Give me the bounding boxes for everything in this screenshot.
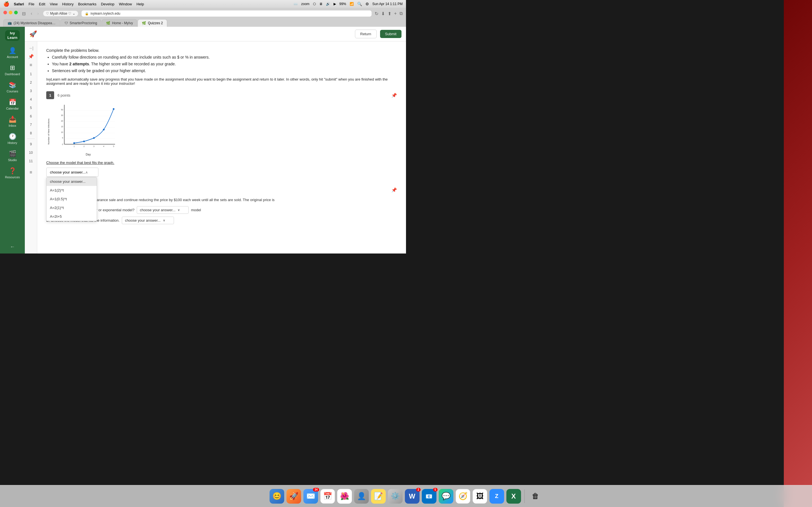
clock: Sun Apr 14 1:11 PM bbox=[372, 2, 403, 6]
menu-help[interactable]: Help bbox=[137, 2, 144, 6]
question-num-2[interactable]: 2 bbox=[25, 78, 37, 87]
apple-menu[interactable]: 🍎 bbox=[3, 1, 9, 7]
share-button[interactable]: ⬆ bbox=[388, 11, 391, 16]
forward-button[interactable]: › bbox=[36, 10, 40, 17]
sidebar-expand-button[interactable]: →| bbox=[25, 44, 37, 53]
zoom-icon: ⌨️ bbox=[294, 2, 298, 6]
question-num-11[interactable]: 11 bbox=[25, 157, 37, 165]
question-num-1[interactable]: 1 bbox=[25, 70, 37, 78]
pin-button[interactable]: 📌 bbox=[25, 53, 37, 60]
sidebar-item-calendar[interactable]: 📅 Calendar bbox=[2, 96, 22, 112]
menu-develop[interactable]: Develop bbox=[101, 2, 114, 6]
svg-text:4: 4 bbox=[103, 145, 104, 147]
bottom-menu-icon[interactable]: ≡ bbox=[25, 168, 37, 177]
chart-svg: 0 5 10 15 20 30 50 1 2 3 4 5 bbox=[59, 105, 118, 147]
reload-button[interactable]: ↻ bbox=[375, 11, 378, 16]
address-bar[interactable]: 🔒 ivylearn.ivytech.edu bbox=[81, 10, 371, 17]
question-1-header: 1 6 points 📌 bbox=[46, 91, 397, 99]
sub-a-suffix: model bbox=[191, 208, 201, 212]
studio-icon: 🎬 bbox=[9, 150, 16, 158]
menu-bookmarks[interactable]: Bookmarks bbox=[78, 2, 96, 6]
control-center[interactable]: ⚙ bbox=[365, 2, 369, 6]
svg-text:50: 50 bbox=[61, 109, 63, 111]
question-num-4[interactable]: 4 bbox=[25, 95, 37, 104]
question-num-3[interactable]: 3 bbox=[25, 87, 37, 95]
question-num-5[interactable]: 5 bbox=[25, 104, 37, 112]
maximize-button[interactable] bbox=[14, 11, 18, 14]
instructions-title: Complete the problems below. bbox=[46, 48, 397, 53]
sidebar-item-dashboard[interactable]: ⊞ Dashboard bbox=[2, 62, 22, 78]
question-num-9[interactable]: 9 bbox=[25, 140, 37, 149]
svg-text:0: 0 bbox=[62, 144, 63, 145]
question-1-dropdown[interactable]: choose your answer... ∧ choose your answ… bbox=[46, 168, 98, 177]
sidebar-menu-icon[interactable]: ≡ bbox=[25, 60, 37, 70]
question-1-dropdown-trigger[interactable]: choose your answer... ∧ bbox=[46, 168, 98, 177]
question-num-10[interactable]: 10 bbox=[25, 149, 37, 157]
svg-text:3: 3 bbox=[93, 145, 94, 147]
tab-icon: 🌿 bbox=[142, 21, 146, 25]
question-2-sub-b: B. Choose the model that fits the inform… bbox=[46, 217, 397, 224]
wifi-icon: 📶 bbox=[350, 2, 354, 6]
question-num-8[interactable]: 8 bbox=[25, 129, 37, 137]
ivy-learn-logo[interactable]: IvyLearn bbox=[5, 30, 20, 41]
sidebar-item-account[interactable]: 👤 Account bbox=[2, 45, 22, 61]
dropdown-option-4[interactable]: A=2t+5 bbox=[47, 212, 97, 221]
inbox-icon: 📥 bbox=[9, 116, 16, 123]
dropdown-option-placeholder[interactable]: choose your answer... bbox=[47, 177, 97, 186]
dropdown-option-2[interactable]: A=1(0.5)^t bbox=[47, 194, 97, 203]
search-icon[interactable]: 🔍 bbox=[357, 2, 362, 6]
sidebar-item-studio[interactable]: 🎬 Studio bbox=[2, 148, 22, 164]
tab-overview-button[interactable]: ⧉ bbox=[400, 11, 403, 16]
question-num-6[interactable]: 6 bbox=[25, 112, 37, 121]
dropdown-selected-value: choose your answer... bbox=[50, 170, 86, 174]
tab-home[interactable]: 🌿 Home - MyIvy bbox=[102, 19, 137, 27]
sub-a-dropdown[interactable]: choose your answer... ∨ bbox=[137, 206, 189, 214]
tab-label: Home - MyIvy bbox=[112, 21, 133, 25]
svg-point-23 bbox=[103, 129, 105, 130]
account-icon: 👤 bbox=[9, 47, 16, 54]
download-button[interactable]: ⬇ bbox=[381, 11, 385, 16]
menu-safari[interactable]: Safari bbox=[14, 2, 24, 6]
profile-button[interactable]: ♡ Myah Allise ♡ ⌄ bbox=[43, 10, 79, 17]
sidebar-item-label: Studio bbox=[8, 158, 17, 162]
chevron-down-icon: ∨ bbox=[177, 208, 180, 212]
url-text: ivylearn.ivytech.edu bbox=[91, 11, 120, 15]
tab-label: (24) Mysterious Disappearances | "48 Hou… bbox=[13, 21, 56, 25]
sub-b-dropdown[interactable]: choose your answer... ∨ bbox=[122, 217, 174, 224]
tab-youtube[interactable]: 📺 (24) Mysterious Disappearances | "48 H… bbox=[3, 19, 60, 27]
sidebar-item-courses[interactable]: 📚 Courses bbox=[2, 79, 22, 95]
sidebar-item-history[interactable]: 🕐 History bbox=[2, 131, 22, 147]
sidebar-toggle-button[interactable]: ⊟ bbox=[20, 11, 27, 16]
question-num-7[interactable]: 7 bbox=[25, 121, 37, 129]
menu-view[interactable]: View bbox=[50, 2, 58, 6]
close-button[interactable] bbox=[3, 11, 7, 14]
question-2-block: 2 📌 ...r model LED television on clearan… bbox=[46, 186, 397, 224]
svg-point-22 bbox=[93, 137, 95, 139]
return-button[interactable]: Return bbox=[355, 30, 377, 38]
tab-proctoring[interactable]: 🛡 SmarterProctoring bbox=[60, 19, 101, 27]
dropdown-option-1[interactable]: A=1(2)^t bbox=[47, 186, 97, 194]
svg-text:10: 10 bbox=[61, 131, 63, 133]
menu-edit[interactable]: Edit bbox=[39, 2, 45, 6]
question-2-sub-a: A. Is this an example of a linear or exp… bbox=[46, 206, 397, 214]
menu-window[interactable]: Window bbox=[119, 2, 132, 6]
menu-file[interactable]: File bbox=[29, 2, 35, 6]
question-number-sidebar: →| 📌 ≡ 1 2 3 4 5 6 7 8 9 10 11 ≡ bbox=[25, 41, 37, 253]
svg-text:30: 30 bbox=[61, 114, 63, 116]
question-2-pin-icon[interactable]: 📌 bbox=[391, 187, 397, 193]
submit-button[interactable]: Submit bbox=[380, 30, 402, 38]
sidebar-item-label: Inbox bbox=[9, 124, 16, 127]
menu-history[interactable]: History bbox=[62, 2, 73, 6]
question-2-text: ...r model LED television on clearance s… bbox=[46, 197, 397, 203]
question-1-pin-icon[interactable]: 📌 bbox=[391, 93, 397, 98]
dropdown-option-3[interactable]: A=2(1)^t bbox=[47, 203, 97, 212]
back-button[interactable]: ‹ bbox=[30, 10, 33, 17]
sidebar-item-label: Resources bbox=[5, 175, 20, 179]
sidebar-item-inbox[interactable]: 📥 Inbox bbox=[2, 114, 22, 129]
sidebar-item-resources[interactable]: ❓ Resources bbox=[2, 165, 22, 181]
minimize-button[interactable] bbox=[9, 11, 12, 14]
new-tab-button[interactable]: + bbox=[394, 11, 397, 16]
bluetooth-icon: ⬡ bbox=[313, 2, 316, 6]
tab-quizzes[interactable]: 🌿 Quizzes 2 bbox=[138, 19, 167, 27]
collapse-sidebar-button[interactable]: ← bbox=[8, 242, 17, 252]
